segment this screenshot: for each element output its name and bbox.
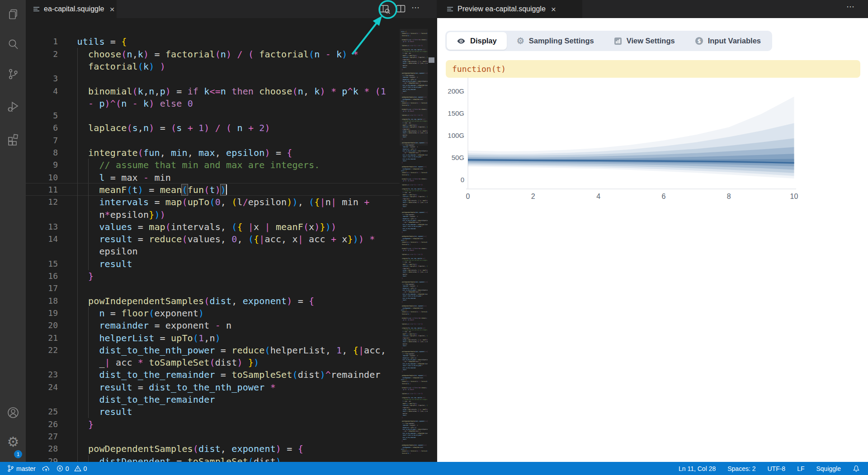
source-control-icon[interactable] — [6, 67, 20, 81]
svg-text:100G: 100G — [448, 132, 464, 139]
more-actions-icon[interactable]: ⋯ — [411, 3, 420, 15]
minimap-row: - p)^(n - k) else 0 — [401, 389, 414, 390]
svg-text:50G: 50G — [452, 154, 464, 161]
svg-text:0: 0 — [461, 176, 464, 183]
tab-label: ea-capital.squiggle — [44, 5, 104, 13]
branch-name: master — [16, 465, 36, 472]
overview-ruler-cursor-marker — [429, 57, 434, 63]
git-branch-item[interactable]: master — [7, 465, 36, 472]
svg-text:6: 6 — [661, 193, 665, 200]
gear-icon: ⚙ — [517, 37, 524, 45]
median-line — [468, 160, 794, 163]
minimap-row: factorial(k) ) — [401, 244, 410, 245]
minimap-row: } — [401, 208, 402, 210]
minimap-row: - p)^(n - k) else 0 — [401, 319, 414, 321]
code-row: 11meanF(t) = mean(fun(t)) — [26, 183, 400, 196]
open-preview-icon[interactable] — [379, 4, 391, 14]
minimap-row: laplace(s,n) = (s + 1) / ( n + 2) — [401, 184, 423, 186]
publish-changes-icon[interactable] — [42, 465, 50, 472]
run-debug-icon[interactable] — [6, 99, 20, 113]
svg-text:$: $ — [697, 38, 701, 44]
tab-ea-capital-squiggle[interactable]: ea-capital.squiggle × — [26, 0, 117, 18]
tab-input-variables[interactable]: $Input Variables — [685, 32, 771, 50]
status-item[interactable]: Squiggle — [816, 465, 841, 472]
minimap-row: } — [401, 371, 402, 372]
preview-panel: 050G100G150G200G0246810 Display⚙Sampling… — [437, 18, 868, 462]
tab-close-icon[interactable]: × — [109, 5, 114, 14]
status-item[interactable]: UTF-8 — [767, 465, 785, 472]
status-item[interactable]: LF — [797, 465, 804, 472]
tab-preview-ea-capital-squiggle[interactable]: Preview ea-capital.squiggle × — [437, 0, 582, 18]
code-row: 27 — [26, 430, 400, 443]
code-row: 2choose(n,k) = factorial(n) / ( factoria… — [26, 48, 400, 61]
code-row: factorial(k) ) — [26, 60, 400, 73]
fan-chart: 050G100G150G200G0246810 — [437, 18, 868, 258]
minimap-row: } — [401, 277, 402, 279]
minimap-row: laplace(s,n) = (s + 1) / ( n + 2) — [401, 393, 423, 395]
preview-mode-tabs: Display⚙Sampling SettingsView Settings$I… — [445, 31, 772, 51]
fan-band-5 — [468, 159, 794, 164]
tab-view-settings[interactable]: View Settings — [604, 32, 685, 50]
code-row: 10l = max - min — [26, 171, 400, 184]
settings-gear-icon[interactable]: ⚙ — [6, 435, 20, 449]
code-row: 8integrate(fun, min, max, epsilon) = { — [26, 146, 400, 159]
extensions-icon[interactable] — [6, 132, 20, 146]
notifications-bell-icon[interactable] — [853, 465, 860, 472]
minimap-row: laplace(s,n) = (s + 1) / ( n + 2) — [401, 254, 423, 255]
code-row: 13values = map(intervals, ({ |x | meanF(… — [26, 221, 400, 233]
function-header[interactable]: function(t) — [446, 60, 860, 78]
eye-icon — [457, 37, 466, 46]
code-row: 16} — [26, 270, 400, 282]
code-row: 15result — [26, 258, 400, 270]
minimap-slider[interactable] — [400, 29, 428, 146]
tab-sampling-settings[interactable]: ⚙Sampling Settings — [507, 32, 604, 50]
code-row: 3 — [26, 72, 400, 85]
code-row: 24result = dist_to_the_nth_power * — [26, 381, 400, 394]
panel-tab-label: Preview ea-capital.squiggle — [458, 5, 546, 13]
status-bar: master 0 0 Ln 11, Col 28Spaces: 2UTF-8LF… — [0, 462, 868, 475]
account-icon[interactable] — [6, 405, 20, 420]
code-row: 1utils = { — [26, 35, 400, 48]
minimap-row: factorial(k) ) — [401, 383, 410, 385]
svg-text:8: 8 — [727, 193, 731, 200]
minimap-row: factorial(k) ) — [401, 174, 410, 176]
explorer-icon[interactable] — [6, 7, 20, 22]
minimap-row: } — [401, 347, 402, 349]
minimap-row: factorial(k) ) — [401, 452, 410, 454]
minimap-row: } — [401, 417, 402, 419]
minimap-row: - p)^(n - k) else 0 — [401, 249, 414, 251]
fan-band-4 — [468, 154, 794, 166]
panel-tab-close-icon[interactable]: × — [551, 5, 556, 14]
code-row: epsilon — [26, 245, 400, 258]
code-row: 21helperList = upTo(1,n) — [26, 332, 400, 344]
code-row: 6laplace(s,n) = (s + 1) / ( n + 2) — [26, 122, 400, 134]
svg-text:4: 4 — [596, 193, 600, 200]
fan-band-3 — [468, 147, 794, 169]
tab-label: Display — [470, 37, 497, 45]
code-row: 25result — [26, 405, 400, 418]
search-icon[interactable] — [6, 37, 20, 52]
problems-item[interactable]: 0 0 — [57, 465, 87, 472]
svg-text:150G: 150G — [448, 109, 464, 117]
code-row: 17 — [26, 282, 400, 295]
svg-text:10: 10 — [790, 193, 798, 200]
code-editor[interactable]: 1utils = {2choose(n,k) = factorial(n) / … — [26, 29, 400, 462]
minimap-row: } — [401, 301, 402, 303]
status-item[interactable]: Spaces: 2 — [727, 465, 755, 472]
code-row: 4binomial(k,n,p) = if k<=n then choose(n… — [26, 85, 400, 98]
svg-text:200G: 200G — [448, 87, 464, 95]
svg-text:2: 2 — [531, 193, 535, 200]
code-row: _| acc * toSampleSet(dist) }) — [26, 356, 400, 369]
code-row: - p)^(n - k) else 0 — [26, 97, 400, 110]
text-cursor — [226, 184, 227, 195]
status-item[interactable]: Ln 11, Col 28 — [679, 465, 716, 472]
warning-count: 0 — [84, 465, 87, 472]
panel-more-actions-icon[interactable]: ⋯ — [846, 2, 855, 12]
code-row: 28powDependentSamples(dist, exponent) = … — [26, 442, 400, 455]
code-row: dist_to_the_remainder — [26, 393, 400, 406]
svg-text:0: 0 — [466, 193, 470, 200]
split-editor-icon[interactable] — [396, 4, 406, 14]
code-row: 26} — [26, 418, 400, 431]
code-row: 18powIndependentSamples(dist, exponent) … — [26, 295, 400, 307]
tab-display[interactable]: Display — [447, 32, 507, 50]
